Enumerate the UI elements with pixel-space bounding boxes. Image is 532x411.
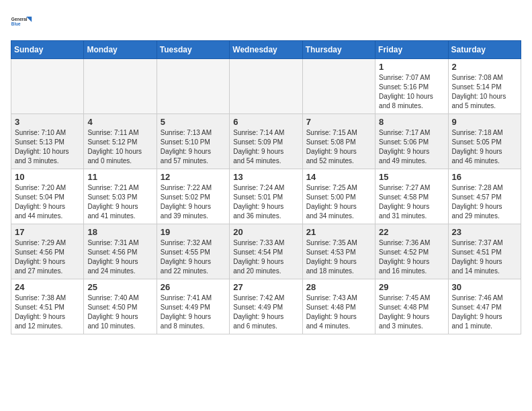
day-number: 6 [233, 117, 298, 127]
calendar-week-row: 10Sunrise: 7:20 AM Sunset: 5:04 PM Dayli… [11, 169, 521, 224]
day-info: Sunrise: 7:27 AM Sunset: 4:58 PM Dayligh… [379, 183, 444, 221]
calendar-cell: 13Sunrise: 7:24 AM Sunset: 5:01 PM Dayli… [230, 169, 302, 224]
weekday-header-thursday: Thursday [302, 41, 375, 59]
day-info: Sunrise: 7:17 AM Sunset: 5:06 PM Dayligh… [379, 128, 444, 166]
calendar-cell: 28Sunrise: 7:43 AM Sunset: 4:48 PM Dayli… [302, 279, 375, 334]
day-number: 28 [306, 282, 371, 292]
calendar-cell [84, 59, 157, 114]
day-info: Sunrise: 7:25 AM Sunset: 5:00 PM Dayligh… [306, 183, 371, 221]
day-info: Sunrise: 7:45 AM Sunset: 4:48 PM Dayligh… [379, 293, 444, 331]
day-info: Sunrise: 7:43 AM Sunset: 4:48 PM Dayligh… [306, 293, 371, 331]
svg-text:General: General [11, 17, 28, 21]
weekday-header-sunday: Sunday [11, 41, 84, 59]
calendar-cell: 18Sunrise: 7:31 AM Sunset: 4:56 PM Dayli… [84, 224, 157, 279]
calendar-cell: 19Sunrise: 7:32 AM Sunset: 4:55 PM Dayli… [157, 224, 229, 279]
day-info: Sunrise: 7:07 AM Sunset: 5:16 PM Dayligh… [379, 73, 444, 111]
calendar-cell: 11Sunrise: 7:21 AM Sunset: 5:03 PM Dayli… [84, 169, 157, 224]
calendar-cell: 15Sunrise: 7:27 AM Sunset: 4:58 PM Dayli… [375, 169, 448, 224]
day-number: 11 [87, 172, 152, 182]
weekday-header-row: SundayMondayTuesdayWednesdayThursdayFrid… [11, 41, 521, 59]
day-number: 17 [15, 227, 80, 237]
day-number: 3 [15, 117, 80, 127]
day-info: Sunrise: 7:41 AM Sunset: 4:49 PM Dayligh… [161, 293, 226, 331]
day-info: Sunrise: 7:35 AM Sunset: 4:53 PM Dayligh… [306, 238, 371, 276]
calendar-cell [302, 59, 375, 114]
page-header: GeneralBlue [11, 11, 521, 32]
day-info: Sunrise: 7:13 AM Sunset: 5:10 PM Dayligh… [161, 128, 226, 166]
day-info: Sunrise: 7:15 AM Sunset: 5:08 PM Dayligh… [306, 128, 371, 166]
calendar-cell: 22Sunrise: 7:36 AM Sunset: 4:52 PM Dayli… [375, 224, 448, 279]
day-number: 25 [87, 282, 152, 292]
day-number: 2 [452, 62, 517, 72]
svg-text:Blue: Blue [11, 21, 21, 26]
calendar-week-row: 17Sunrise: 7:29 AM Sunset: 4:56 PM Dayli… [11, 224, 521, 279]
day-info: Sunrise: 7:11 AM Sunset: 5:12 PM Dayligh… [87, 128, 152, 166]
day-number: 5 [161, 117, 226, 127]
calendar-cell: 29Sunrise: 7:45 AM Sunset: 4:48 PM Dayli… [375, 279, 448, 334]
day-number: 9 [452, 117, 517, 127]
calendar-week-row: 3Sunrise: 7:10 AM Sunset: 5:13 PM Daylig… [11, 114, 521, 169]
calendar-cell: 30Sunrise: 7:46 AM Sunset: 4:47 PM Dayli… [448, 279, 521, 334]
calendar-cell: 6Sunrise: 7:14 AM Sunset: 5:09 PM Daylig… [230, 114, 302, 169]
day-info: Sunrise: 7:08 AM Sunset: 5:14 PM Dayligh… [452, 73, 517, 111]
calendar-cell: 3Sunrise: 7:10 AM Sunset: 5:13 PM Daylig… [11, 114, 84, 169]
day-info: Sunrise: 7:18 AM Sunset: 5:05 PM Dayligh… [452, 128, 517, 166]
calendar-cell: 8Sunrise: 7:17 AM Sunset: 5:06 PM Daylig… [375, 114, 448, 169]
weekday-header-wednesday: Wednesday [230, 41, 302, 59]
logo: GeneralBlue [11, 11, 32, 32]
day-info: Sunrise: 7:36 AM Sunset: 4:52 PM Dayligh… [379, 238, 444, 276]
calendar-cell: 2Sunrise: 7:08 AM Sunset: 5:14 PM Daylig… [448, 59, 521, 114]
calendar-cell: 17Sunrise: 7:29 AM Sunset: 4:56 PM Dayli… [11, 224, 84, 279]
calendar-cell: 20Sunrise: 7:33 AM Sunset: 4:54 PM Dayli… [230, 224, 302, 279]
calendar-cell: 24Sunrise: 7:38 AM Sunset: 4:51 PM Dayli… [11, 279, 84, 334]
day-info: Sunrise: 7:22 AM Sunset: 5:02 PM Dayligh… [161, 183, 226, 221]
day-info: Sunrise: 7:28 AM Sunset: 4:57 PM Dayligh… [452, 183, 517, 221]
day-info: Sunrise: 7:10 AM Sunset: 5:13 PM Dayligh… [15, 128, 80, 166]
day-info: Sunrise: 7:46 AM Sunset: 4:47 PM Dayligh… [452, 293, 517, 331]
day-number: 15 [379, 172, 444, 182]
day-number: 20 [233, 227, 298, 237]
calendar-cell: 10Sunrise: 7:20 AM Sunset: 5:04 PM Dayli… [11, 169, 84, 224]
day-number: 19 [161, 227, 226, 237]
day-number: 13 [233, 172, 298, 182]
day-number: 7 [306, 117, 371, 127]
calendar-cell: 16Sunrise: 7:28 AM Sunset: 4:57 PM Dayli… [448, 169, 521, 224]
day-info: Sunrise: 7:21 AM Sunset: 5:03 PM Dayligh… [87, 183, 152, 221]
calendar-cell: 5Sunrise: 7:13 AM Sunset: 5:10 PM Daylig… [157, 114, 229, 169]
day-info: Sunrise: 7:40 AM Sunset: 4:50 PM Dayligh… [87, 293, 152, 331]
day-number: 27 [233, 282, 298, 292]
calendar-table: SundayMondayTuesdayWednesdayThursdayFrid… [11, 40, 521, 334]
day-number: 18 [87, 227, 152, 237]
day-number: 1 [379, 62, 444, 72]
calendar-cell: 23Sunrise: 7:37 AM Sunset: 4:51 PM Dayli… [448, 224, 521, 279]
day-number: 29 [379, 282, 444, 292]
day-number: 4 [87, 117, 152, 127]
calendar-cell: 27Sunrise: 7:42 AM Sunset: 4:49 PM Dayli… [230, 279, 302, 334]
day-number: 21 [306, 227, 371, 237]
day-info: Sunrise: 7:38 AM Sunset: 4:51 PM Dayligh… [15, 293, 80, 331]
day-info: Sunrise: 7:20 AM Sunset: 5:04 PM Dayligh… [15, 183, 80, 221]
calendar-week-row: 1Sunrise: 7:07 AM Sunset: 5:16 PM Daylig… [11, 59, 521, 114]
calendar-cell [157, 59, 229, 114]
calendar-cell: 7Sunrise: 7:15 AM Sunset: 5:08 PM Daylig… [302, 114, 375, 169]
day-info: Sunrise: 7:14 AM Sunset: 5:09 PM Dayligh… [233, 128, 298, 166]
calendar-week-row: 24Sunrise: 7:38 AM Sunset: 4:51 PM Dayli… [11, 279, 521, 334]
day-info: Sunrise: 7:33 AM Sunset: 4:54 PM Dayligh… [233, 238, 298, 276]
calendar-cell: 25Sunrise: 7:40 AM Sunset: 4:50 PM Dayli… [84, 279, 157, 334]
day-number: 12 [161, 172, 226, 182]
calendar-cell: 14Sunrise: 7:25 AM Sunset: 5:00 PM Dayli… [302, 169, 375, 224]
day-number: 10 [15, 172, 80, 182]
calendar-cell: 26Sunrise: 7:41 AM Sunset: 4:49 PM Dayli… [157, 279, 229, 334]
calendar-cell: 12Sunrise: 7:22 AM Sunset: 5:02 PM Dayli… [157, 169, 229, 224]
calendar-cell [11, 59, 84, 114]
calendar-cell: 9Sunrise: 7:18 AM Sunset: 5:05 PM Daylig… [448, 114, 521, 169]
day-number: 23 [452, 227, 517, 237]
day-number: 22 [379, 227, 444, 237]
day-info: Sunrise: 7:24 AM Sunset: 5:01 PM Dayligh… [233, 183, 298, 221]
day-info: Sunrise: 7:29 AM Sunset: 4:56 PM Dayligh… [15, 238, 80, 276]
day-number: 24 [15, 282, 80, 292]
day-number: 30 [452, 282, 517, 292]
day-number: 26 [161, 282, 226, 292]
day-info: Sunrise: 7:32 AM Sunset: 4:55 PM Dayligh… [161, 238, 226, 276]
day-info: Sunrise: 7:31 AM Sunset: 4:56 PM Dayligh… [87, 238, 152, 276]
